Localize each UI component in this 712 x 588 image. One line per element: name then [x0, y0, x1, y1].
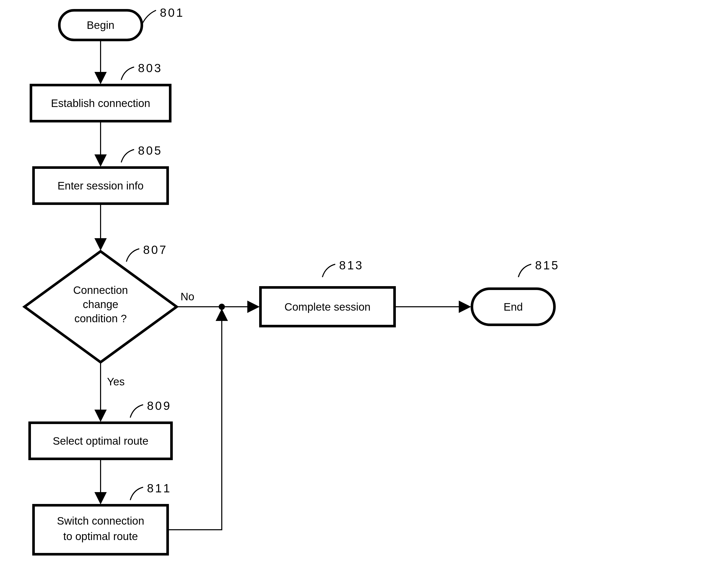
ref-813-label: 813	[339, 258, 364, 272]
ref-813: 813	[322, 258, 364, 277]
n811-line1: Switch connection	[57, 515, 144, 527]
node-809: Select optimal route	[30, 423, 171, 459]
ref-805-label: 805	[138, 144, 162, 157]
ref-811-label: 811	[147, 482, 171, 495]
ref-809: 809	[130, 399, 171, 418]
ref-809-label: 809	[147, 399, 171, 413]
ref-805: 805	[121, 144, 162, 162]
ref-801-label: 801	[160, 6, 184, 19]
ref-801: 801	[142, 6, 184, 24]
n807-line1: Connection	[73, 284, 128, 296]
node-end: End	[472, 289, 554, 325]
node-begin: Begin	[59, 10, 142, 40]
n803-label: Establish connection	[51, 97, 150, 109]
ref-803: 803	[121, 61, 162, 80]
ref-807-label: 807	[143, 243, 168, 256]
edge-811-loop	[168, 310, 222, 530]
edge-yes-label: Yes	[107, 376, 125, 388]
end-label: End	[504, 301, 523, 313]
node-803: Establish connection	[31, 85, 170, 121]
ref-815-label: 815	[535, 258, 560, 272]
n809-label: Select optimal route	[53, 435, 148, 447]
ref-811: 811	[130, 482, 171, 500]
ref-807: 807	[126, 243, 168, 261]
n813-label: Complete session	[284, 301, 370, 313]
node-807: Connection change condition ?	[24, 251, 177, 362]
ref-815: 815	[518, 258, 560, 277]
ref-803-label: 803	[138, 61, 162, 75]
n807-line2: change	[83, 298, 118, 310]
n811-line2: to optimal route	[63, 530, 138, 542]
node-805: Enter session info	[34, 168, 168, 204]
flowchart: Begin 801 Establish connection 803 Enter…	[0, 0, 712, 588]
n805-label: Enter session info	[58, 180, 144, 192]
n807-line3: condition ?	[74, 312, 127, 324]
node-813: Complete session	[261, 288, 394, 326]
junction-dot	[219, 304, 225, 310]
edge-no-label: No	[181, 291, 195, 302]
node-811: Switch connection to optimal route	[34, 505, 168, 554]
begin-label: Begin	[87, 19, 114, 31]
svg-rect-5	[34, 505, 168, 554]
